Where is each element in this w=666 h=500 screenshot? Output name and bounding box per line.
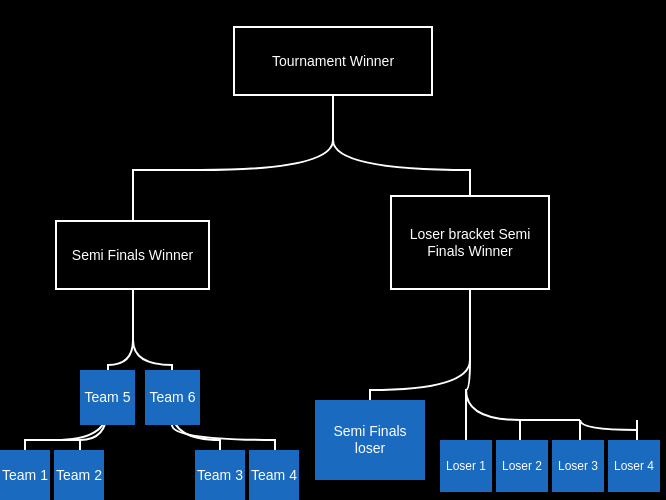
team5-label: Team 5 (85, 389, 131, 406)
tournament-winner-label: Tournament Winner (272, 53, 394, 70)
team2-node: Team 2 (54, 450, 104, 500)
loser3-label: Loser 3 (558, 459, 598, 473)
team1-node: Team 1 (0, 450, 50, 500)
team2-label: Team 2 (56, 467, 102, 484)
semi-finals-winner-label: Semi Finals Winner (72, 247, 193, 264)
team5-node: Team 5 (80, 370, 135, 425)
bracket-container: Tournament Winner Semi Finals Winner Los… (0, 0, 666, 500)
loser-bracket-winner-label: Loser bracket Semi Finals Winner (392, 226, 548, 260)
loser3-node: Loser 3 (552, 440, 604, 492)
team3-node: Team 3 (195, 450, 245, 500)
team1-label: Team 1 (2, 467, 48, 484)
semi-finals-winner-node: Semi Finals Winner (55, 220, 210, 290)
loser2-node: Loser 2 (496, 440, 548, 492)
team4-node: Team 4 (249, 450, 299, 500)
team6-label: Team 6 (150, 389, 196, 406)
loser4-node: Loser 4 (608, 440, 660, 492)
team4-label: Team 4 (251, 467, 297, 484)
tournament-winner-node: Tournament Winner (233, 26, 433, 96)
semi-finals-loser-node: Semi Finals loser (315, 400, 425, 480)
semi-finals-loser-label: Semi Finals loser (317, 423, 423, 457)
loser2-label: Loser 2 (502, 459, 542, 473)
team3-label: Team 3 (197, 467, 243, 484)
team6-node: Team 6 (145, 370, 200, 425)
loser1-label: Loser 1 (446, 459, 486, 473)
loser1-node: Loser 1 (440, 440, 492, 492)
loser-bracket-winner-node: Loser bracket Semi Finals Winner (390, 195, 550, 290)
loser4-label: Loser 4 (614, 459, 654, 473)
